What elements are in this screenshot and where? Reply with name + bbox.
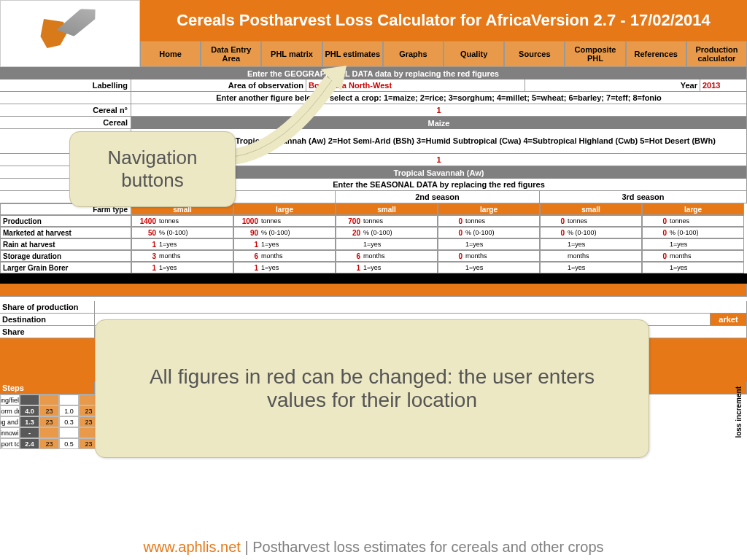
seasonal-cell[interactable]: 1000tonnes — [233, 215, 336, 227]
app-title: Cereals Postharvest Loss Calculator for … — [140, 0, 747, 41]
seasonal-cell[interactable]: 90% (0-100) — [233, 227, 336, 238]
seasonal-cell[interactable]: 1=yes — [540, 262, 642, 273]
nav-composite[interactable]: Composite PHL — [565, 41, 625, 67]
step-cell: - — [20, 427, 39, 438]
step-cell — [39, 394, 59, 405]
labelling-label: Labelling — [0, 79, 131, 91]
seasonal-cell[interactable]: 0% (0-100) — [642, 227, 744, 238]
step-label: Platform drying — [0, 405, 20, 416]
market-label: arket — [711, 314, 747, 325]
year-label: Year — [525, 79, 700, 91]
footer-url[interactable]: www.aphlis.net — [143, 539, 240, 555]
seasonal-cell[interactable]: 1=yes — [336, 238, 438, 250]
seasonal-cell[interactable]: 0tonnes — [642, 215, 744, 227]
seasonal-cell[interactable]: 11=yes — [131, 262, 233, 273]
size-small-3: small — [540, 203, 642, 215]
step-label: Transport to farm — [0, 438, 20, 449]
seasonal-cell[interactable]: 6months — [233, 250, 336, 262]
nav-references[interactable]: References — [626, 41, 686, 67]
logo-box — [0, 0, 140, 67]
callout-nav-text: Navigation buttons — [108, 147, 198, 191]
nav-quality[interactable]: Quality — [444, 41, 504, 67]
nav-phl-matrix[interactable]: PHL matrix — [261, 41, 322, 67]
seasonal-cell[interactable]: 1=yes — [540, 238, 642, 250]
row-label: Production — [0, 215, 131, 227]
row-label: Larger Grain Borer — [0, 262, 131, 273]
nav-data-entry[interactable]: Data Entry Area — [201, 41, 261, 67]
seasonal-cell[interactable]: months — [540, 250, 642, 262]
season3-header: 3rd season — [540, 191, 747, 203]
loss-increment-label: loss increment — [735, 386, 743, 438]
seasonal-cell[interactable]: 1=yes — [438, 238, 540, 250]
seasonal-cell[interactable]: 11=yes — [336, 262, 438, 273]
seasonal-cell[interactable]: 700tonnes — [336, 215, 438, 227]
footer-text: Postharvest loss estimates for cereals a… — [252, 539, 603, 555]
destination-label: Destination — [0, 314, 95, 325]
step-cell — [59, 394, 79, 405]
seasonal-cell[interactable]: 0% (0-100) — [540, 227, 642, 238]
seasonal-cell[interactable]: 1=yes — [438, 262, 540, 273]
step-cell: 0.3 — [59, 416, 79, 427]
cereal-no-value[interactable]: 1 — [131, 104, 747, 116]
seasonal-cell[interactable]: 0tonnes — [438, 215, 540, 227]
steps-heading: Steps — [0, 382, 95, 394]
seasonal-cell[interactable]: 11=yes — [233, 262, 336, 273]
seasonal-cell[interactable]: 20% (0-100) — [336, 227, 438, 238]
step-cell — [59, 427, 79, 438]
seasonal-cell[interactable]: 0months — [438, 250, 540, 262]
step-cell: 2.4 — [20, 438, 39, 449]
callout-navigation: Navigation buttons — [69, 131, 236, 207]
step-cell: 1.3 — [20, 416, 39, 427]
seasonal-cell[interactable]: 0months — [642, 250, 744, 262]
seasonal-cell[interactable]: 1400tonnes — [131, 215, 233, 227]
size-large-2: large — [438, 203, 540, 215]
nav-bar: Home Data Entry Area PHL matrix PHL esti… — [140, 41, 747, 67]
seasonal-cell[interactable]: 0tonnes — [540, 215, 642, 227]
nav-production-calc[interactable]: Production calculator — [686, 41, 747, 67]
calc-title-band — [0, 284, 747, 296]
cereal-name: Maize — [131, 117, 747, 129]
size-large-3: large — [642, 203, 744, 215]
nav-graphs[interactable]: Graphs — [383, 41, 444, 67]
share-label: Share — [0, 326, 95, 338]
nav-phl-estimates[interactable]: PHL estimates — [322, 41, 383, 67]
step-cell: 1.0 — [59, 405, 79, 416]
row-label: Storage duration — [0, 250, 131, 262]
divider-band — [0, 273, 747, 284]
seasonal-cell[interactable]: 0% (0-100) — [438, 227, 540, 238]
nav-sources[interactable]: Sources — [504, 41, 565, 67]
step-cell: 23 — [39, 438, 59, 449]
seasonal-cell[interactable]: 3months — [131, 250, 233, 262]
seasonal-cell[interactable]: 11=yes — [233, 238, 336, 250]
season2-header: 2nd season — [336, 191, 540, 203]
area-label: Area of observation — [131, 79, 306, 91]
footer-sep: | — [241, 539, 252, 555]
step-cell: 0.5 — [59, 438, 79, 449]
callout-red-figures: All figures in red can be changed: the u… — [95, 319, 649, 458]
step-cell — [20, 394, 39, 405]
step-cell: 23 — [39, 405, 59, 416]
share-heading: Share of production — [0, 301, 95, 313]
seasonal-cell[interactable]: 50% (0-100) — [131, 227, 233, 238]
row-label: Marketed at harvest — [0, 227, 131, 238]
geo-instruction: Enter the GEOGRAPHICAL DATA data by repl… — [0, 67, 747, 79]
aphlis-logo — [30, 8, 110, 59]
nav-home[interactable]: Home — [140, 41, 201, 67]
size-large-1: large — [233, 203, 336, 215]
size-small-2: small — [336, 203, 438, 215]
step-label: Threshing and Shelling — [0, 416, 20, 427]
cereal-label: Cereal — [0, 117, 131, 128]
seasonal-cell[interactable]: 1=yes — [642, 238, 744, 250]
step-cell: 4.0 — [20, 405, 39, 416]
seasonal-cell[interactable]: 11=yes — [131, 238, 233, 250]
step-cell — [39, 427, 59, 438]
footer: www.aphlis.net | Postharvest loss estima… — [0, 539, 747, 556]
seasonal-cell[interactable]: 6months — [336, 250, 438, 262]
seasonal-cell[interactable]: 1=yes — [642, 262, 744, 273]
area-value[interactable]: Botswana North-West — [306, 79, 525, 91]
step-label: Winnowing — [0, 427, 20, 438]
cereal-no-label: Cereal n° — [0, 104, 131, 116]
row-label: Rain at harvest — [0, 238, 131, 250]
year-value[interactable]: 2013 — [700, 79, 747, 91]
step-label: Harvesting/field drying — [0, 394, 20, 405]
